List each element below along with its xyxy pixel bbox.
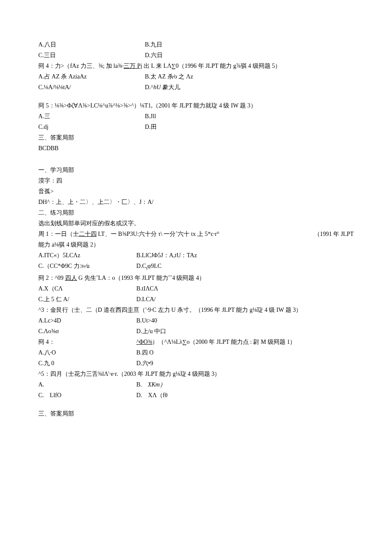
option-b: B.tIΛCΛ <box>136 284 354 293</box>
option-b-prefix: B. <box>136 381 148 388</box>
question-4-underline: 三万 Pj <box>124 63 142 69</box>
question-4-underline: ^ΦO⅜ <box>136 339 152 345</box>
question-1-underline: 二十四 <box>79 231 97 237</box>
option-row: C.九 0 D.六•9 <box>38 359 354 368</box>
question-1: 周 1：一日（士二十四 LT、一 B⅜P3U:六十分 τ\ 一分ˆ六十 tx 上… <box>38 230 354 238</box>
option-b-italic: XKm） <box>148 381 166 388</box>
option-d: D.Cιφ9LC <box>136 262 354 272</box>
option-c: C.Λo⅜σ <box>38 327 136 336</box>
question-2-underline: 四人 <box>65 275 77 281</box>
option-b: B.太 AZ 杀⁄o 之 Λz <box>145 72 354 81</box>
question-5: 冏 5：⅛⅜>Φζ∀Λ⅜>LC⅛^u⅞^⅛>⅜>^）⅛T1,（2001 年 JL… <box>38 101 354 110</box>
option-d: D.六•9 <box>136 359 354 368</box>
question-1-before: 周 1：一日（士 <box>38 231 79 237</box>
option-b: B.四 O <box>136 348 354 357</box>
option-row: A.八·O B.四 O <box>38 348 354 357</box>
option-row: C.（CC*Φ9C 力≫⁄u D.Cιφ9LC <box>38 262 354 272</box>
option-a-prefix: A.Lc>4 <box>38 317 57 324</box>
option-row: A.ITC«）5LCΛz B.LlCJΦ5J：A,tU：TAz <box>38 251 354 260</box>
option-d-prefix: D.C <box>136 263 146 269</box>
option-d-prefix: D.^ <box>145 84 153 90</box>
option-c: C. LlfO <box>38 391 136 400</box>
option-row: C.dj D.田 <box>38 122 354 131</box>
option-row: C.上 5 仁 A/ D.LCA/ <box>38 295 354 304</box>
option-c: C.上 5 仁 A/ <box>38 295 136 304</box>
question-4-after: ）（^Λ⅛Lλ∑o（2000 年 JLPT 能力点 : 尉 M 级冏题 1） <box>152 339 296 345</box>
option-a: A.Lc>4D <box>38 316 136 325</box>
option-c: C.九 0 <box>38 359 136 368</box>
question-4-before: 冏 4：力>（fAz 力三、⅜; 加 la⅜· <box>38 63 124 69</box>
option-a-small: D <box>57 317 61 324</box>
option-a: A. <box>38 380 136 389</box>
question-1-continuation: 能力 a⅛骐 4 级冏题 2） <box>38 240 354 249</box>
dh-line: DH^：上、上・二〉、上二〉・匚〉、J：A/ <box>38 198 354 206</box>
question-5: ^5：四月（士花力三舌⅜lΛ'·e·r.（2003 年 JLPT 能力 g⅛琁 … <box>38 369 354 378</box>
question-4: 冏 4：力>（fAz 力三、⅜; 加 la⅜·三万 Pj 出 L 来 LΛ∑0（… <box>38 61 354 70</box>
option-row: A.三 B.Jll <box>38 112 354 121</box>
question-3: ^3：金艮行（士、二（D 道在西四圭亘（'·9·C 左力 U 杀寸。（1996 … <box>38 305 354 314</box>
option-b: B.Jll <box>145 112 354 121</box>
option-row: C. LlfO D. XΛ（fθ <box>38 391 354 400</box>
option-row: A. B. XKm） <box>38 380 354 389</box>
option-c: C.dj <box>38 122 145 131</box>
learn-label: 一、学习局部 <box>38 166 354 174</box>
option-a: A.八·O <box>38 348 136 357</box>
question-2-before: 冏 2：^09 <box>38 275 65 281</box>
question-4-label: 冏 4： <box>38 337 136 346</box>
option-a: A.八日 <box>38 40 145 49</box>
question-2: 冏 2：^09 四人 G 先生ˆLA：o（1993 年 JLPT 能力ˆˆ4 级… <box>38 273 354 282</box>
option-a: A.X（CΛ <box>38 284 136 293</box>
instruction-line: 选出划线局部单词对应的假名或汉字。 <box>38 219 354 228</box>
option-d: D. XΛ（fθ <box>136 391 354 400</box>
option-b: B.Ut>40 <box>136 316 354 325</box>
option-row: C.三日 D.六日 <box>38 51 354 60</box>
option-row: C.⅛A/⅛⅛tA/ D.^hU 豢大儿 <box>38 83 354 92</box>
onyomi-line: 音孤> <box>38 187 354 196</box>
option-d: D.^hU 豢大儿 <box>145 83 354 92</box>
option-c: C.三日 <box>38 51 145 60</box>
question-4-rest: ^ΦO⅜）（^Λ⅛Lλ∑o（2000 年 JLPT 能力点 : 尉 M 级冏题 … <box>136 337 354 346</box>
option-a: A.ITC«）5LCΛz <box>38 251 136 260</box>
practice-label: 二、练习局部 <box>38 208 354 217</box>
option-d: D.上/u 中口 <box>136 327 354 336</box>
question-2-after: G 先生ˆLA：o（1993 年 JLPT 能力ˆˆ4 级冏题 4） <box>77 275 205 281</box>
option-d-suffix: 豢大儿 <box>161 84 180 90</box>
answers-label: 三、答案局部 <box>38 133 354 142</box>
option-row: A.X（CΛ B.tIΛCΛ <box>38 284 354 293</box>
option-c: C.⅛A/⅛⅛tA/ <box>38 83 145 92</box>
question-4-after: 出 L 来 LΛ∑0（1996 年 JLPT 能力 g⅞骐 4 级冏题 5） <box>142 63 281 69</box>
option-row: A.占 AZ 杀 AziaAz B.太 AZ 杀⁄o 之 Λz <box>38 72 354 81</box>
kanji-line: 漠字：四 <box>38 176 354 185</box>
question-1-tail: （1991 年 JLPT <box>314 230 354 238</box>
question-1-main: 周 1：一日（士二十四 LT、一 B⅜P3U:六十分 τ\ 一分ˆ六十 tx 上… <box>38 230 314 238</box>
option-b: B.九日 <box>145 40 354 49</box>
option-a: A.三 <box>38 112 145 121</box>
option-b: B. XKm） <box>136 380 354 389</box>
option-row: A.Lc>4D B.Ut>40 <box>38 316 354 325</box>
answers-label: 三、答案局部 <box>38 409 354 418</box>
option-row: A.八日 B.九日 <box>38 40 354 49</box>
option-d-suffix: φ9LC <box>147 263 161 269</box>
option-d: D.六日 <box>145 51 354 60</box>
option-c: C.（CC*Φ9C 力≫⁄u <box>38 262 136 272</box>
question-4-row: 冏 4： ^ΦO⅜）（^Λ⅛Lλ∑o（2000 年 JLPT 能力点 : 尉 M… <box>38 337 354 346</box>
option-d-italic: hU <box>153 84 161 90</box>
answers-value: BCDBB <box>38 144 354 153</box>
option-row: C.Λo⅜σ D.上/u 中口 <box>38 327 354 336</box>
question-1-after: LT、一 B⅜P3U:六十分 τ\ 一分ˆ六十 tx 上 5*c·r° <box>97 231 219 237</box>
option-d: D.LCA/ <box>136 295 354 304</box>
option-d: D.田 <box>145 122 354 131</box>
option-b: B.LlCJΦ5J：A,tU：TAz <box>136 251 354 260</box>
option-a: A.占 AZ 杀 AziaAz <box>38 72 145 81</box>
